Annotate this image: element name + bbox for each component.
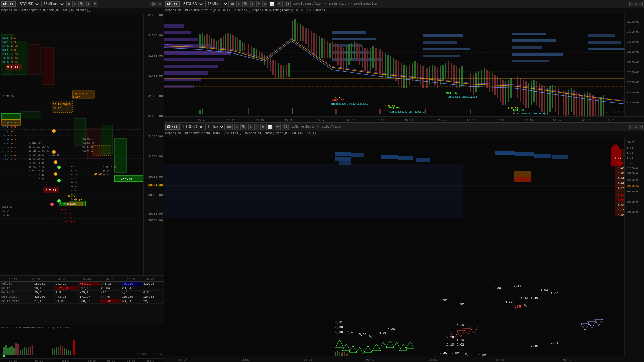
top-chart-btn[interactable]: 📊 (269, 1, 275, 7)
br-bar-btn[interactable]: ▦▦ (226, 124, 233, 130)
br-zoom-btn[interactable]: 🔍 (240, 124, 247, 130)
svg-text:0.90: 0.90 (11, 154, 16, 157)
price-31400: 31400,00 (148, 75, 163, 78)
svg-rect-213 (423, 48, 470, 50)
br-fib-btn[interactable]: ⟨⟩ (282, 124, 289, 130)
pen-btn[interactable]: ✎ (72, 1, 77, 7)
svg-rect-211 (423, 34, 463, 37)
top-max-btn[interactable]: □ (634, 2, 638, 6)
svg-rect-336 (508, 80, 509, 102)
svg-text:37.54: 37.54 (2, 61, 9, 64)
crosshair-btn[interactable]: ✛ (86, 1, 91, 7)
svg-text:2,02: 2,02 (452, 352, 459, 355)
svg-text:38.14: 38.14 (71, 181, 78, 184)
left-chart-title: MZpack NT8.mzFootprint MZpack(BTCUSD (15… (0, 8, 164, 14)
price-31700: 31700,00 (148, 14, 163, 17)
time-0645: 06:45 (146, 278, 154, 281)
bar-chart-btn[interactable]: ▦ (66, 1, 71, 7)
cd-2: 443,15 (54, 295, 78, 299)
svg-text:2,02: 2,02 (457, 343, 464, 347)
svg-rect-281 (351, 43, 352, 61)
br-min-btn[interactable]: _ (629, 125, 633, 129)
svg-text:26.13: 26.13 (2, 146, 9, 149)
top-close-btn[interactable]: ✕ (639, 2, 643, 6)
svg-text:11.87: 11.87 (2, 57, 9, 60)
svg-rect-279 (346, 46, 347, 68)
price-30600: 30600,00 (148, 219, 163, 222)
top-right-label[interactable]: Chart (165, 1, 180, 7)
svg-text:5,00: 5,00 (369, 335, 377, 338)
br-clone-btn[interactable]: ⊕ (260, 124, 265, 130)
br-max-btn[interactable]: □ (634, 125, 638, 129)
svg-text:6.31: 6.31 (103, 166, 108, 169)
svg-rect-465 (341, 353, 342, 356)
delta-pct-label: Delta % (0, 291, 33, 295)
svg-rect-226 (206, 34, 208, 49)
svg-rect-169 (62, 346, 63, 355)
svg-text:2,20: 2,20 (618, 187, 624, 190)
svg-rect-227 (209, 35, 210, 48)
svg-rect-231 (218, 40, 219, 51)
close-btn[interactable]: ✕ (158, 2, 162, 6)
top-right-content[interactable]: 562,10 High:34888 Low:31920,8 711,72 Hig… (164, 14, 644, 116)
tr-time-5: 24 янв (318, 119, 327, 122)
price-31600: 31600,00 (148, 34, 163, 37)
maximize-btn[interactable]: □ (153, 2, 157, 6)
svg-rect-387 (248, 108, 249, 114)
br-chart2-btn[interactable]: 📊 (266, 124, 273, 130)
br-symbol[interactable]: BTCUSD (181, 124, 204, 130)
top-clone-btn[interactable]: ⊕ (262, 1, 267, 7)
top-right-symbol[interactable]: BTCUSD (181, 1, 204, 7)
br-close-btn[interactable]: ✕ (639, 125, 643, 129)
zoom-btn[interactable]: 🔍 (78, 1, 85, 7)
svg-rect-80 (44, 188, 59, 192)
br-pen-btn[interactable]: ✎ (234, 124, 239, 130)
tr-time-14: 05:15 (582, 119, 591, 122)
top-right-timeframe[interactable]: 15 Minute (205, 1, 229, 7)
br-chart-label[interactable]: Chart (165, 124, 180, 130)
svg-text:5,18: 5,18 (70, 202, 76, 205)
add-btn[interactable]: + (93, 1, 97, 7)
top-pen-btn[interactable]: ✎ (236, 1, 241, 7)
left-timeframe-dropdown[interactable]: 15 Minute (41, 1, 65, 7)
top-cross-btn[interactable]: ✛ (250, 1, 255, 7)
br-cross-btn[interactable]: ✛ (248, 124, 253, 130)
br-timeframe[interactable]: 10 Tick (205, 124, 225, 130)
svg-rect-15 (2, 119, 20, 125)
svg-rect-349 (547, 88, 548, 115)
svg-rect-338 (517, 76, 518, 98)
left-symbol-dropdown[interactable]: BTCUSD (17, 1, 40, 7)
svg-text:0,98: 0,98 (618, 204, 624, 207)
mini-time-2: 05:30 (35, 359, 43, 362)
svg-rect-50 (114, 139, 126, 172)
br-add-btn[interactable]: + (254, 124, 259, 130)
svg-rect-295 (390, 56, 391, 78)
svg-text:5.73: 5.73 (44, 146, 49, 148)
svg-point-39 (52, 129, 56, 133)
footprint-chart[interactable]: 2.34 1.12 5.17 3.71 14.83 17.02 8.93 4.2… (0, 14, 164, 275)
cd-1: 425,00 (33, 295, 54, 299)
top-add-btn[interactable]: + (256, 1, 261, 7)
svg-text:High:34888 Low:31920,8: High:34888 Low:31920,8 (446, 96, 477, 98)
svg-rect-318 (453, 65, 455, 85)
right-panel: Chart BTCUSD 15 Minute ▦ ✎ 🔍 ✛ + ⊕ 📊 〜 ⟨… (164, 0, 644, 362)
top-zoom-btn[interactable]: 🔍 (242, 1, 249, 7)
top-fib-btn[interactable]: ⟨⟩ (284, 1, 291, 7)
svg-rect-207 (332, 38, 376, 40)
svg-text:5,31: 5,31 (505, 300, 513, 304)
left-chart-label[interactable]: Chart (1, 1, 16, 7)
br-chart-content[interactable]: 4,68 2,84 4,04 2,45 6,92 6,92 1,94 2,45 … (164, 137, 644, 356)
svg-rect-202 (164, 65, 218, 68)
svg-rect-316 (448, 61, 449, 78)
br-wave-btn[interactable]: 〜 (275, 124, 281, 130)
top-bar-btn[interactable]: ▦ (230, 1, 235, 7)
svg-rect-308 (426, 68, 428, 88)
top-wave-btn[interactable]: 〜 (277, 1, 283, 7)
svg-rect-516 (615, 144, 617, 166)
top-min-btn[interactable]: _ (629, 2, 633, 6)
svg-rect-266 (311, 31, 312, 51)
svg-text:15.54: 15.54 (34, 150, 41, 152)
svg-rect-267 (313, 33, 315, 55)
minimize-btn[interactable]: _ (149, 2, 153, 6)
svg-text:4.50: 4.50 (39, 158, 44, 160)
